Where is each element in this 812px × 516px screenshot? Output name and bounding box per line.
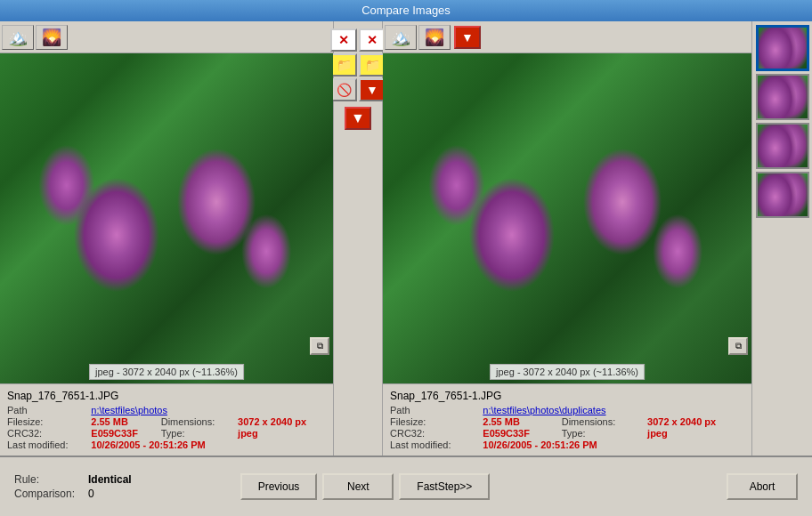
x-icon-right: ✕ xyxy=(367,33,378,47)
right-modified-label: Last modified: xyxy=(390,439,479,450)
left-restore-btn[interactable]: ⧉ xyxy=(310,337,329,355)
left-no-btn[interactable]: 🚫 xyxy=(330,78,357,101)
left-file-grid: Path n:\testfiles\photos Filesize: 2.55 … xyxy=(7,405,326,450)
title-bar: Compare Images xyxy=(0,0,812,21)
thumb-1[interactable] xyxy=(756,25,809,71)
left-dimensions-label: Dimensions: xyxy=(161,416,234,427)
right-type-value: jpeg xyxy=(647,428,744,439)
left-modified-label: Last modified: xyxy=(7,439,87,450)
left-file-info: Snap_176_7651-1.JPG Path n:\testfiles\ph… xyxy=(0,383,333,456)
left-img-info: jpeg - 3072 x 2040 px (~11.36%) xyxy=(89,364,244,380)
folder-icon-left: 📁 xyxy=(337,58,352,72)
right-orchid-image xyxy=(383,53,751,383)
thumb-2[interactable] xyxy=(756,74,809,120)
right-filename: Snap_176_7651-1.JPG xyxy=(390,390,744,402)
left-delete-btn[interactable]: ✕ xyxy=(330,28,357,52)
left-path-label: Path xyxy=(7,405,87,415)
left-move-btn[interactable]: 📁 xyxy=(330,53,357,77)
right-filesize-label: Filesize: xyxy=(390,416,479,427)
thumb-orchid-1 xyxy=(759,28,807,69)
middle-toolbar: ✕ ✕ 📁 📁 xyxy=(334,21,383,456)
right-crc-value: E059C33F xyxy=(483,428,557,439)
right-image-area: ⧉ jpeg - 3072 x 2040 px (~11.36%) xyxy=(383,53,751,383)
down-arrow-icon: ▼ xyxy=(351,110,365,126)
thumbnail-sidebar xyxy=(751,21,812,456)
left-filesize-label: Filesize: xyxy=(7,416,87,427)
left-filename: Snap_176_7651-1.JPG xyxy=(7,390,326,402)
right-image-icon-2[interactable]: 🌄 xyxy=(418,25,451,50)
folder-icon-right: 📁 xyxy=(365,58,380,72)
left-type-value: jpeg xyxy=(238,428,326,439)
thumb-4[interactable] xyxy=(756,172,809,218)
right-image-icon-1[interactable]: 🏔️ xyxy=(385,25,417,50)
left-panel: 🏔️ 🌄 ⧉ jpeg - 3072 x 2040 px (~11.36%) S… xyxy=(0,21,334,456)
window-title: Compare Images xyxy=(361,4,451,17)
next-button[interactable]: Next xyxy=(322,473,394,500)
right-file-info: Snap_176_7651-1.JPG Path n:\testfiles\ph… xyxy=(383,383,751,456)
right-restore-btn[interactable]: ⧉ xyxy=(728,337,748,355)
right-move-btn[interactable]: 📁 xyxy=(359,53,386,77)
bottom-bar: Rule: Identical Comparison: 0 Previous N… xyxy=(0,456,812,516)
right-dimensions-value: 3072 x 2040 px xyxy=(647,416,744,427)
left-crc-label: CRC32: xyxy=(7,428,87,439)
right-delete-btn[interactable]: ✕ xyxy=(359,28,386,52)
right-top-toolbar: 🏔️ 🌄 ▼ xyxy=(383,21,751,53)
left-top-toolbar: 🏔️ 🌄 xyxy=(0,21,333,53)
rule-value: Identical xyxy=(88,473,132,486)
left-image-area: ⧉ jpeg - 3072 x 2040 px (~11.36%) xyxy=(0,53,333,383)
right-crc-label: CRC32: xyxy=(390,428,479,439)
comparison-label: Comparison: xyxy=(14,488,81,500)
rule-section: Rule: Identical Comparison: 0 xyxy=(14,473,230,500)
thumb-orchid-4 xyxy=(758,173,808,216)
down-red-btn[interactable]: ▼ xyxy=(345,107,371,130)
x-icon-left: ✕ xyxy=(338,33,349,47)
right-down-btn[interactable]: ▼ xyxy=(359,78,386,101)
right-filesize-value: 2.55 MB xyxy=(483,416,557,427)
right-type-label: Type: xyxy=(562,428,644,439)
comparison-row: Comparison: 0 xyxy=(14,488,230,500)
right-path-value[interactable]: n:\testfiles\photos\duplicates xyxy=(483,405,744,415)
no-icon-left: 🚫 xyxy=(337,83,352,97)
right-top-down-btn[interactable]: ▼ xyxy=(454,26,481,49)
left-filesize-value: 2.55 MB xyxy=(91,416,157,427)
right-file-grid: Path n:\testfiles\photos\duplicates File… xyxy=(390,405,744,450)
down-icon-right: ▼ xyxy=(366,83,378,97)
rule-row: Rule: Identical xyxy=(14,473,230,486)
right-img-info: jpeg - 3072 x 2040 px (~11.36%) xyxy=(490,364,645,380)
abort-button[interactable]: Abort xyxy=(727,473,798,500)
rule-label: Rule: xyxy=(14,473,81,486)
left-path-value[interactable]: n:\testfiles\photos xyxy=(91,405,326,415)
left-modified-value: 10/26/2005 - 20:51:26 PM xyxy=(91,439,326,450)
left-orchid-image xyxy=(0,53,333,383)
right-dimensions-label: Dimensions: xyxy=(562,416,644,427)
left-crc-value: E059C33F xyxy=(91,428,157,439)
nav-buttons: Previous Next FastStep>> xyxy=(240,473,491,500)
left-type-label: Type: xyxy=(161,428,234,439)
thumb-orchid-2 xyxy=(758,76,808,118)
comparison-value: 0 xyxy=(88,488,94,500)
left-image-icon-1[interactable]: 🏔️ xyxy=(2,25,34,50)
right-path-label: Path xyxy=(390,405,479,415)
thumb-orchid-3 xyxy=(758,125,808,167)
left-dimensions-value: 3072 x 2040 px xyxy=(238,416,326,427)
faststep-button[interactable]: FastStep>> xyxy=(399,473,490,500)
down-icon-top: ▼ xyxy=(461,30,474,44)
left-image-icon-2[interactable]: 🌄 xyxy=(36,25,68,50)
right-panel: 🏔️ 🌄 ▼ ⧉ jpeg - 3072 x 2040 px (~11.36%)… xyxy=(383,21,751,456)
right-modified-value: 10/26/2005 - 20:51:26 PM xyxy=(483,439,744,450)
previous-button[interactable]: Previous xyxy=(240,473,318,500)
thumb-3[interactable] xyxy=(756,123,809,169)
